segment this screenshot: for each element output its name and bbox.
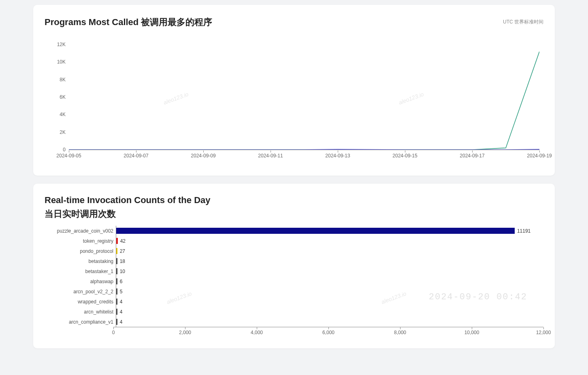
bar-track: 27 (116, 246, 543, 256)
bar-fill (116, 238, 118, 244)
y-axis: 02K4K6K8K10K12K (45, 44, 69, 150)
bar-track: 42 (116, 236, 543, 246)
bar-fill (116, 278, 117, 284)
bar-fill (116, 268, 117, 274)
bar-x-tick-mark (113, 327, 114, 329)
bar-row: arcn_compliance_v14 (45, 317, 543, 327)
x-tick-label: 2024-09-05 (56, 153, 81, 159)
bar-category-label: alphaswap (45, 279, 116, 284)
x-tick-label: 2024-09-13 (325, 153, 350, 159)
bar-category-label: arcn_whitelist (45, 309, 116, 315)
x-tick-label: 2024-09-11 (258, 153, 283, 159)
x-tick-mark (203, 150, 204, 153)
bar-x-tick-mark (185, 327, 185, 329)
bar-value-label: 4 (120, 319, 123, 325)
bar-fill (116, 309, 117, 315)
bar-chart: puzzle_arcade_coin_v00211191token_regist… (45, 226, 543, 339)
line-series-primary (69, 52, 539, 150)
bar-value-label: 4 (120, 309, 123, 315)
invocation-counts-card: Real-time Invocation Counts of the Day 当… (33, 184, 555, 348)
bar-fill (116, 288, 117, 294)
bar-x-tick-mark (472, 327, 472, 329)
bar-fill (116, 248, 117, 254)
bar-x-tick-label: 4,000 (251, 330, 263, 335)
bar-x-axis: 02,0004,0006,0008,00010,00012,000 (113, 327, 543, 339)
card2-title-en: Real-time Invocation Counts of the Day (45, 195, 543, 206)
x-tick-mark (539, 150, 540, 153)
x-tick-label: 2024-09-07 (124, 153, 148, 159)
plot-area: aleo123.io aleo123.io (69, 44, 539, 150)
bar-track: 18 (116, 256, 543, 266)
bar-x-tick-label: 0 (112, 330, 115, 335)
x-tick-mark (136, 150, 136, 153)
y-tick-label: 10K (45, 59, 66, 65)
y-tick-label: 2K (45, 129, 66, 135)
bar-track: 4 (116, 307, 543, 317)
x-tick-label: 2024-09-15 (392, 153, 417, 159)
bar-track: 10 (116, 266, 543, 276)
bar-value-label: 5 (120, 289, 123, 294)
timestamp-watermark: 2024-09-20 00:42 (429, 292, 527, 302)
bar-value-label: 10 (120, 269, 125, 274)
bar-x-tick-mark (328, 327, 329, 329)
y-tick-label: 0 (45, 147, 66, 153)
x-tick-mark (271, 150, 271, 153)
bar-category-label: arcn_pool_v2_2_2 (45, 289, 116, 294)
bar-fill (116, 319, 117, 325)
x-tick-mark (405, 150, 405, 153)
y-tick-label: 8K (45, 77, 66, 83)
line-chart: 02K4K6K8K10K12K aleo123.io aleo123.io 20… (45, 44, 543, 166)
x-tick-mark (69, 150, 69, 153)
x-tick-label: 2024-09-19 (527, 153, 552, 159)
bar-track: 11191 (116, 226, 543, 236)
bar-category-label: token_registry (45, 238, 116, 244)
bar-x-tick-label: 12,000 (536, 330, 551, 335)
bar-x-tick-mark (400, 327, 401, 329)
bar-category-label: betastaker_1 (45, 269, 116, 274)
card1-title: Programs Most Called 被调用最多的程序 (45, 16, 543, 28)
x-tick-label: 2024-09-17 (460, 153, 484, 159)
line-series-baseline (69, 149, 539, 150)
bar-x-tick-label: 2,000 (179, 330, 191, 335)
y-tick-label: 12K (45, 42, 66, 47)
bar-value-label: 18 (120, 258, 125, 264)
bar-x-tick-label: 6,000 (322, 330, 334, 335)
x-tick-label: 2024-09-09 (191, 153, 215, 159)
bar-value-label: 27 (120, 248, 125, 254)
x-tick-mark (338, 150, 338, 153)
bar-x-tick-label: 8,000 (394, 330, 406, 335)
bar-x-tick-label: 10,000 (464, 330, 479, 335)
line-svg (69, 44, 539, 150)
bar-category-label: pondo_protocol (45, 248, 116, 254)
bar-row: pondo_protocol27 (45, 246, 543, 256)
bar-row: alphaswap6 (45, 276, 543, 286)
bar-category-label: puzzle_arcade_coin_v002 (45, 228, 116, 234)
bar-track: 6 (116, 276, 543, 286)
x-tick-mark (472, 150, 473, 153)
x-axis: 2024-09-052024-09-072024-09-092024-09-11… (69, 150, 539, 163)
bar-value-label: 42 (120, 238, 126, 244)
bar-row: arcn_whitelist4 (45, 307, 543, 317)
bar-row: puzzle_arcade_coin_v00211191 (45, 226, 543, 236)
bar-fill (116, 228, 515, 234)
bar-category-label: wrapped_credits (45, 299, 116, 305)
bar-row: token_registry42 (45, 236, 543, 246)
card2-title-zh: 当日实时调用次数 (45, 208, 543, 220)
bar-value-label: 6 (120, 279, 123, 284)
programs-most-called-card: Programs Most Called 被调用最多的程序 UTC 世界标准时间… (33, 5, 555, 176)
y-tick-label: 4K (45, 112, 66, 117)
bar-x-tick-mark (543, 327, 544, 329)
bar-category-label: betastaking (45, 258, 116, 264)
bar-value-label: 11191 (517, 228, 530, 234)
page: Programs Most Called 被调用最多的程序 UTC 世界标准时间… (0, 0, 588, 373)
bar-row: betastaking18 (45, 256, 543, 266)
y-tick-label: 6K (45, 94, 66, 100)
bar-x-tick-mark (257, 327, 257, 329)
utc-label: UTC 世界标准时间 (503, 19, 543, 25)
bar-category-label: arcn_compliance_v1 (45, 319, 116, 325)
bar-fill (116, 258, 117, 264)
bar-rows: puzzle_arcade_coin_v00211191token_regist… (45, 226, 543, 327)
bar-row: betastaker_110 (45, 266, 543, 276)
bar-fill (116, 299, 117, 305)
bar-value-label: 4 (120, 299, 123, 305)
